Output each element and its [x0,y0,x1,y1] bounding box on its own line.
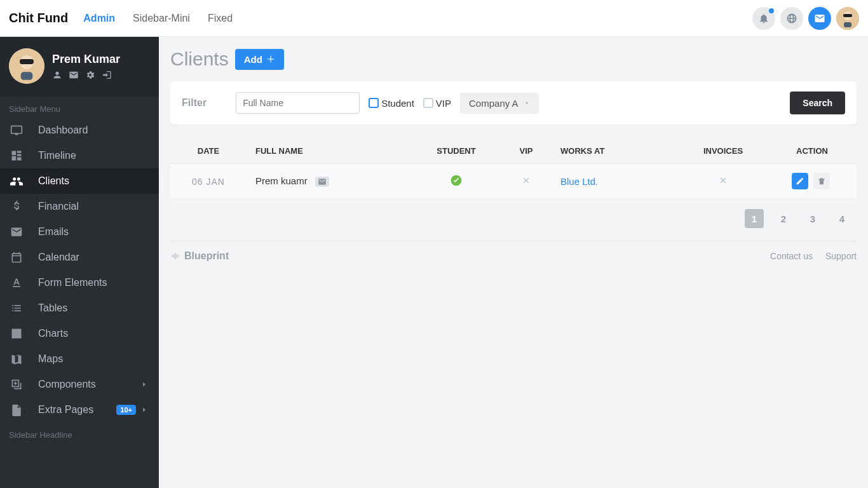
navlink-sidebar-mini[interactable]: Sidebar-Mini [133,13,190,24]
messages-button[interactable] [808,7,831,30]
globe-icon [786,13,797,24]
language-button[interactable] [780,7,803,30]
sidebar-item-label: Financial [38,201,79,212]
sidebar-item-financial[interactable]: Financial [0,194,159,219]
avatar-icon [9,48,44,84]
page-2[interactable]: 2 [774,209,793,228]
trash-icon [817,177,826,186]
navlink-admin[interactable]: Admin [83,13,115,24]
sidebar-item-label: Form Elements [38,277,107,288]
wave-icon [170,251,180,261]
sidebar-item-label: Timeline [38,150,76,161]
tv-icon [10,124,23,137]
doc-icon [10,403,23,416]
sidebar-avatar[interactable] [9,48,44,84]
plus-icon [266,55,275,64]
mail-icon [10,226,23,238]
sidebar-item-clients[interactable]: Clients [0,168,159,194]
page-4[interactable]: 4 [832,209,851,228]
sidebar-item-label: Maps [38,353,63,365]
pagination: 1 2 3 4 [170,199,857,228]
sidebar-headline: Sidebar Headline [0,423,159,444]
full-name-input[interactable] [236,92,360,114]
brand: Chit Fund [9,11,68,25]
footer-support-link[interactable]: Support [825,251,857,261]
add-client-button[interactable]: Add [235,49,284,70]
sidebar-badge: 10+ [116,405,136,415]
vip-checkbox-label: VIP [436,98,451,109]
sidebar-item-emails[interactable]: Emails [0,219,159,245]
sidebar-item-tables[interactable]: Tables [0,295,159,321]
col-date: DATE [170,139,247,164]
map-icon [10,353,23,365]
company-dropdown[interactable]: Company A [460,93,539,114]
sidebar-item-label: Dashboard [38,125,88,136]
page-1[interactable]: 1 [745,209,764,228]
mail-icon [318,177,327,186]
filter-label: Filter [182,97,207,109]
search-button[interactable]: Search [790,92,845,114]
sidebar-item-maps[interactable]: Maps [0,346,159,372]
checkbox-icon [423,98,433,108]
checkbox-icon [369,98,379,108]
sidebar-item-label: Emails [38,226,69,238]
list-icon [10,302,23,315]
avatar-icon [836,7,859,30]
delete-button[interactable] [813,173,830,189]
footer-contact-link[interactable]: Contact us [770,251,813,261]
people-icon [10,175,23,187]
col-works-at: WORKS AT [552,139,679,164]
company-selected: Company A [469,98,519,109]
col-invoices: INVOICES [679,139,768,164]
page-3[interactable]: 3 [803,209,822,228]
x-icon [521,175,531,186]
cell-date: 06 JAN [192,177,225,187]
sidebar-item-charts[interactable]: Charts [0,321,159,346]
col-vip: VIP [501,139,552,164]
pencil-icon [796,177,804,186]
chevron-right-icon [140,380,149,389]
sidebar-item-timeline[interactable]: Timeline [0,143,159,168]
vip-checkbox[interactable]: VIP [423,98,451,109]
sidebar-item-extra-pages[interactable]: Extra Pages 10+ [0,397,159,423]
sidebar-item-components[interactable]: Components [0,372,159,397]
student-checkbox-label: Student [381,98,414,109]
notifications-button[interactable] [752,7,775,30]
mail-icon [814,13,825,24]
sidebar-item-label: Extra Pages [38,404,93,416]
bell-icon [758,13,770,24]
page-title: Clients [170,48,229,70]
profile-icon[interactable] [52,70,62,80]
dollar-icon [10,200,23,213]
sidebar-item-label: Calendar [38,252,79,263]
cell-works-at[interactable]: Blue Ltd. [560,176,598,187]
navbar-avatar[interactable] [836,7,859,30]
sidebar-item-form-elements[interactable]: Form Elements [0,270,159,295]
notification-dot [769,8,774,13]
check-icon [450,174,463,187]
col-action: ACTION [768,139,857,164]
sidebar-username: Prem Kumar [52,53,120,66]
sidebar: Prem Kumar Sidebar Menu Dashboard Timeli… [0,37,159,488]
chevron-down-icon [524,100,530,106]
sidebar-heading: Sidebar Menu [0,97,159,118]
sidebar-item-calendar[interactable]: Calendar [0,245,159,270]
logout-icon[interactable] [102,70,112,80]
student-checkbox[interactable]: Student [369,98,414,109]
settings-icon[interactable] [85,70,95,80]
row-mail-button[interactable] [315,177,329,187]
cell-full-name: Prem kuamr [255,175,308,186]
navlink-fixed[interactable]: Fixed [208,13,233,24]
x-icon [718,175,728,186]
grid-icon [10,149,23,162]
footer-brand: Blueprint [170,250,229,262]
sidebar-item-dashboard[interactable]: Dashboard [0,118,159,143]
user-mail-icon[interactable] [69,70,79,80]
table-row: 06 JAN Prem kuamr Blue Ltd. [170,164,857,199]
edit-button[interactable] [792,173,808,189]
textformat-icon [10,276,23,289]
sidebar-item-label: Charts [38,328,68,339]
add-label: Add [244,54,262,65]
calendar-icon [10,251,23,264]
sidebar-item-label: Components [38,379,96,390]
